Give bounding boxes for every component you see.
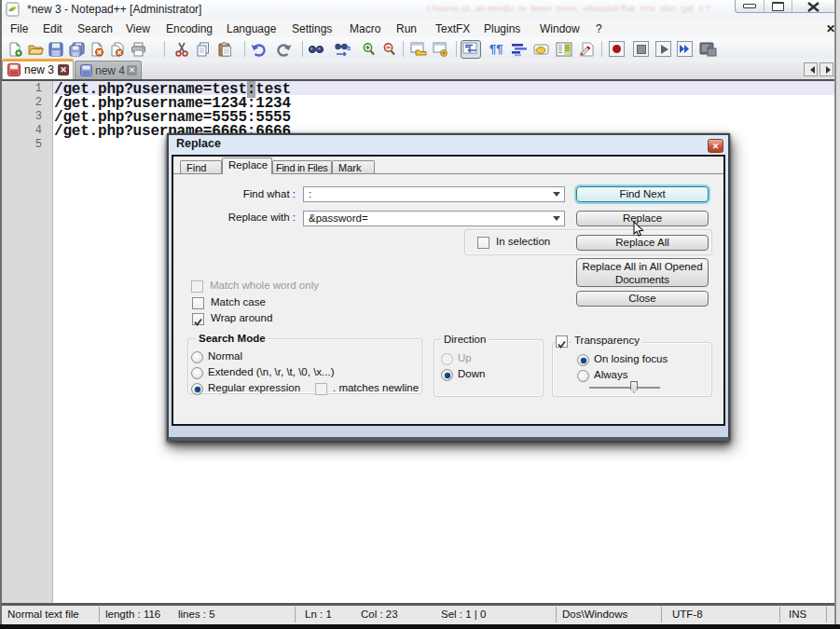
svg-text:b: b (347, 45, 351, 51)
